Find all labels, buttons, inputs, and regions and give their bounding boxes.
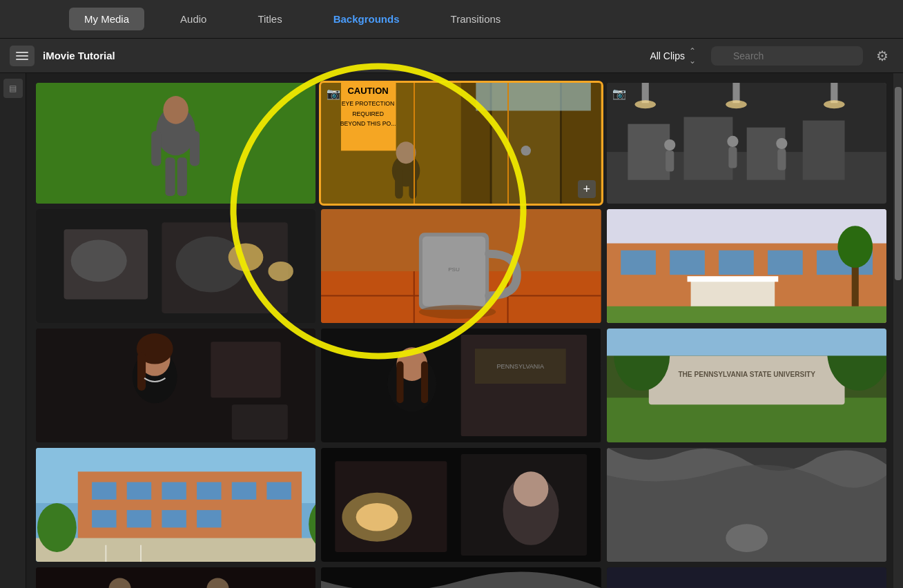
sidebar-strip-icon[interactable]: ▤: [3, 79, 23, 98]
media-grid-row-4: [36, 448, 886, 562]
svg-rect-65: [687, 276, 778, 282]
media-cell-factory-wide[interactable]: 📷: [607, 83, 886, 204]
svg-rect-101: [92, 510, 116, 527]
svg-rect-21: [476, 83, 591, 110]
svg-rect-18: [409, 168, 418, 198]
svg-rect-5: [165, 157, 175, 196]
svg-rect-84: [421, 362, 428, 404]
svg-text:PENNSYLVANIA: PENNSYLVANIA: [497, 363, 545, 370]
camera-icon-2: 📷: [612, 87, 626, 100]
svg-rect-102: [127, 510, 151, 527]
camera-icon: 📷: [327, 87, 340, 100]
chevron-updown-icon: ⌃⌄: [689, 46, 696, 66]
svg-rect-96: [127, 482, 151, 500]
search-wrapper: ⌕: [711, 46, 863, 66]
svg-rect-35: [732, 83, 739, 103]
svg-rect-124: [36, 567, 315, 588]
svg-text:EYE PROTECTION: EYE PROTECTION: [342, 100, 395, 107]
media-cell-gray-sheets[interactable]: [607, 448, 886, 562]
penn-state-thumbnail: THE PENNSYLVANIA STATE UNIVERSITY: [607, 329, 886, 442]
media-cell-penn-state[interactable]: THE PENNSYLVANIA STATE UNIVERSITY: [607, 329, 886, 442]
media-grid-row-3: PENNSYLVANIA THE PENNSYLVANIA STATE UNIV: [36, 329, 886, 442]
metalwork2-thumbnail: [321, 448, 601, 562]
svg-point-68: [837, 226, 873, 268]
media-cell-campus2[interactable]: [607, 567, 886, 588]
svg-point-116: [356, 503, 398, 531]
svg-rect-27: [802, 121, 844, 180]
svg-rect-4: [190, 131, 200, 166]
gray-sheets-thumbnail: [607, 448, 886, 562]
media-cell-green-screen[interactable]: [36, 83, 315, 204]
svg-rect-100: [266, 482, 291, 500]
media-cell-woman-workshop2[interactable]: PENNSYLVANIA: [321, 329, 601, 442]
media-cell-woman-interview[interactable]: [36, 329, 315, 442]
search-input[interactable]: [711, 46, 863, 66]
svg-point-39: [824, 100, 844, 108]
all-clips-label: All Clips: [650, 50, 685, 61]
settings-button[interactable]: ⚙: [871, 45, 893, 67]
svg-point-2: [163, 96, 188, 124]
svg-rect-29: [666, 150, 674, 171]
svg-rect-66: [607, 306, 886, 323]
svg-rect-34: [641, 83, 648, 103]
svg-rect-76: [137, 352, 146, 391]
svg-rect-128: [607, 567, 886, 588]
svg-point-46: [268, 262, 293, 281]
campus-building-thumbnail: [36, 448, 315, 562]
media-cell-caution[interactable]: 📷 CAUTION EYE PROTECTION: [321, 83, 601, 204]
green-screen-thumbnail: [36, 83, 315, 204]
sidebar-toggle-button[interactable]: [10, 46, 35, 66]
svg-rect-103: [162, 510, 186, 527]
svg-text:REQUIRED: REQUIRED: [352, 110, 384, 117]
svg-point-38: [726, 100, 746, 108]
tab-backgrounds[interactable]: Backgrounds: [318, 8, 415, 30]
svg-rect-24: [628, 124, 670, 180]
media-grid-wrapper[interactable]: 📷 CAUTION EYE PROTECTION: [26, 73, 893, 588]
woman-workshop2-thumbnail: PENNSYLVANIA: [321, 329, 601, 442]
media-cell-campus-building[interactable]: [36, 448, 315, 562]
svg-rect-31: [728, 147, 737, 168]
svg-point-37: [634, 100, 655, 108]
svg-rect-62: [768, 251, 803, 275]
workshop-people-thumbnail: [36, 567, 315, 588]
svg-rect-97: [162, 482, 186, 500]
svg-rect-25: [683, 117, 732, 179]
toolbar: iMovie Tutorial All Clips ⌃⌄ ⌕ ⚙: [0, 39, 903, 73]
svg-point-20: [521, 146, 531, 155]
tab-bar: My Media Audio Titles Backgrounds Transi…: [0, 0, 903, 39]
svg-point-32: [776, 138, 787, 149]
scrollbar-thumb[interactable]: [895, 87, 902, 280]
add-to-timeline-button[interactable]: +: [578, 180, 596, 198]
all-clips-selector[interactable]: All Clips ⌃⌄: [650, 46, 696, 66]
svg-rect-105: [36, 538, 315, 562]
media-cell-mug[interactable]: PSU: [321, 209, 601, 323]
svg-point-16: [396, 141, 416, 164]
media-cell-metalwork[interactable]: [36, 209, 315, 323]
svg-rect-36: [831, 83, 837, 103]
svg-rect-91: [607, 329, 886, 355]
svg-text:THE PENNSYLVANIA STATE UNIVERS: THE PENNSYLVANIA STATE UNIVERSITY: [678, 371, 815, 378]
svg-point-118: [726, 524, 768, 552]
library-title: iMovie Tutorial: [43, 50, 641, 61]
svg-rect-59: [621, 251, 656, 275]
svg-point-45: [229, 244, 264, 272]
svg-text:CAUTION: CAUTION: [348, 86, 389, 96]
tab-my-media[interactable]: My Media: [69, 8, 144, 30]
main-area: ▤: [0, 73, 903, 588]
campus2-thumbnail: [607, 567, 886, 588]
caution-thumbnail: CAUTION EYE PROTECTION REQUIRED BEYOND T…: [321, 83, 601, 204]
tab-transitions[interactable]: Transitions: [436, 8, 516, 30]
svg-point-114: [514, 471, 549, 507]
factory-thumbnail: [607, 83, 886, 204]
tab-titles[interactable]: Titles: [242, 8, 297, 30]
right-scrollbar[interactable]: [893, 73, 903, 588]
svg-rect-83: [397, 362, 404, 404]
metalwork-thumbnail: [36, 209, 315, 323]
media-cell-workshop-people[interactable]: [36, 567, 315, 588]
media-cell-building[interactable]: [607, 209, 886, 323]
media-cell-dark1[interactable]: [321, 567, 601, 588]
left-sidebar: ▤: [0, 73, 26, 588]
tab-audio[interactable]: Audio: [165, 8, 222, 30]
svg-rect-60: [670, 251, 705, 275]
media-cell-metalwork2[interactable]: [321, 448, 601, 562]
